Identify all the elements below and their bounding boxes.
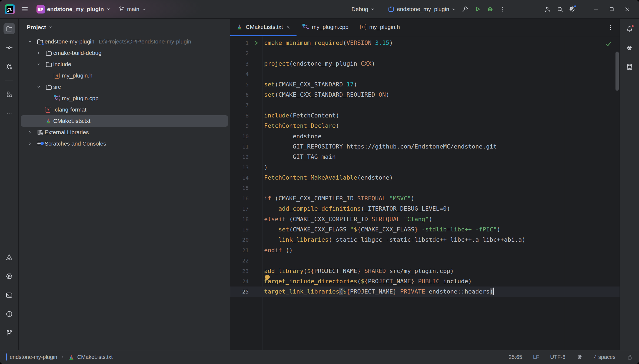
close-tab-icon[interactable]	[286, 25, 291, 29]
chevron-right-icon[interactable]	[28, 141, 32, 146]
debug-button[interactable]	[484, 3, 496, 15]
chevron-down-icon[interactable]	[28, 39, 32, 44]
code-line-21[interactable]: 21endif ()	[230, 245, 620, 255]
tool-stripe-project[interactable]	[4, 23, 15, 34]
inspection-status-ok[interactable]	[604, 40, 613, 48]
indent-widget[interactable]: 4 spaces	[594, 354, 615, 360]
code-line-5[interactable]: 5set(CMAKE_CXX_STANDARD 17)	[230, 79, 620, 90]
line-number-18[interactable]: 18	[230, 214, 262, 224]
code-line-24[interactable]: 24target_include_directories(${PROJECT_N…	[230, 276, 620, 287]
code-line-6[interactable]: 6set(CMAKE_CXX_STANDARD_REQUIRED ON)	[230, 90, 620, 100]
code-line-2[interactable]: 2	[230, 48, 620, 58]
line-number-16[interactable]: 16	[230, 193, 262, 204]
tree-item-cmake-build-debug[interactable]: cmake-build-debug	[19, 47, 230, 59]
line-number-9[interactable]: 9	[230, 121, 262, 131]
intention-bulb-icon[interactable]	[265, 275, 270, 279]
project-panel-header[interactable]: Project	[19, 19, 230, 36]
line-number-8[interactable]: 8	[230, 110, 262, 121]
tree-item-my-plugin-cpp[interactable]: C++my_plugin.cpp	[19, 93, 230, 104]
tool-stripe-commit[interactable]	[4, 42, 15, 53]
chevron-right-icon[interactable]	[36, 51, 41, 55]
tool-stripe-cmake[interactable]	[4, 252, 15, 263]
code-line-12[interactable]: 12 GIT_TAG main	[230, 152, 620, 162]
line-number-19[interactable]: 19	[230, 224, 262, 235]
code-line-20[interactable]: 20 link_libraries(-static-libgcc -static…	[230, 235, 620, 245]
chevron-down-icon[interactable]	[36, 62, 41, 66]
code-line-9[interactable]: 9FetchContent_Declare(	[230, 121, 620, 131]
tab-cmakelists-txt[interactable]: CMakeLists.txt	[230, 19, 297, 36]
line-number-23[interactable]: 23	[230, 266, 262, 276]
code-line-7[interactable]: 7	[230, 100, 620, 110]
tool-stripe-ai-assistant[interactable]	[624, 42, 635, 54]
line-number-12[interactable]: 12	[230, 152, 262, 162]
line-number-13[interactable]: 13	[230, 162, 262, 173]
run-mode-selector[interactable]: Debug	[349, 4, 378, 15]
code-line-15[interactable]: 15	[230, 183, 620, 193]
maximize-button[interactable]	[604, 3, 620, 15]
search-everywhere-button[interactable]	[554, 3, 566, 15]
line-number-21[interactable]: 21	[230, 245, 262, 255]
code-line-1[interactable]: 1cmake_minimum_required(VERSION 3.15)	[230, 38, 620, 48]
tree-item--clang-format[interactable]: Y.clang-format	[19, 104, 230, 115]
tool-stripe-structure[interactable]	[4, 89, 15, 100]
line-number-3[interactable]: 3	[230, 59, 262, 69]
tool-stripe-problems[interactable]	[4, 308, 15, 320]
code-line-23[interactable]: 23add_library(${PROJECT_NAME} SHARED src…	[230, 266, 620, 276]
settings-button[interactable]	[566, 3, 578, 15]
more-run-actions-button[interactable]	[496, 3, 509, 15]
run-configuration-selector[interactable]: endstone_my_plugin	[385, 4, 459, 15]
code-line-13[interactable]: 13)	[230, 162, 620, 173]
code-line-4[interactable]: 4	[230, 69, 620, 79]
code-editor[interactable]: 1cmake_minimum_required(VERSION 3.15)23p…	[230, 36, 620, 350]
line-number-25[interactable]: 25	[230, 287, 262, 297]
chevron-down-icon[interactable]	[36, 85, 41, 89]
line-number-15[interactable]: 15	[230, 183, 262, 193]
line-number-6[interactable]: 6	[230, 90, 262, 100]
code-line-10[interactable]: 10 endstone	[230, 131, 620, 141]
run-line-icon[interactable]	[253, 40, 259, 46]
line-number-4[interactable]: 4	[230, 69, 262, 79]
line-number-17[interactable]: 17	[230, 204, 262, 214]
tree-item-src[interactable]: src	[19, 81, 230, 93]
code-line-22[interactable]: 22	[230, 255, 620, 266]
tool-stripe-version-control[interactable]	[4, 327, 15, 339]
tree-item-my-plugin-h[interactable]: Hmy_plugin.h	[19, 70, 230, 81]
code-line-11[interactable]: 11 GIT_REPOSITORY https://github.com/End…	[230, 141, 620, 152]
line-number-5[interactable]: 5	[230, 79, 262, 90]
tab-my-plugin-cpp[interactable]: C++my_plugin.cpp	[297, 19, 354, 36]
code-line-25[interactable]: 25target_link_libraries(${PROJECT_NAME} …	[230, 287, 620, 297]
code-with-me-button[interactable]	[541, 3, 554, 15]
line-separator-widget[interactable]: LF	[533, 354, 539, 360]
editor-scrollbar[interactable]	[615, 52, 619, 91]
line-number-11[interactable]: 11	[230, 141, 262, 152]
line-number-20[interactable]: 20	[230, 235, 262, 245]
build-button[interactable]	[459, 3, 471, 15]
tab-options-button[interactable]	[607, 19, 614, 36]
tree-item-endstone-my-plugin[interactable]: endstone-my-pluginD:\Projects\CPP\endsto…	[19, 36, 230, 47]
caret-position-widget[interactable]: 25:65	[509, 354, 522, 360]
run-button[interactable]	[471, 3, 484, 15]
code-line-18[interactable]: 18elseif (CMAKE_CXX_COMPILER_ID STREQUAL…	[230, 214, 620, 224]
tree-item-scratches-and-consoles[interactable]: Scratches and Consoles	[19, 138, 230, 149]
tool-stripe-notifications[interactable]	[624, 23, 635, 35]
vcs-branch-widget[interactable]: main	[116, 4, 149, 15]
line-number-22[interactable]: 22	[230, 255, 262, 266]
spellcheck-icon[interactable]	[576, 354, 583, 360]
code-line-16[interactable]: 16if (CMAKE_CXX_COMPILER_ID STREQUAL "MS…	[230, 193, 620, 204]
breadcrumb-cmakelists-txt[interactable]: CMakeLists.txt	[68, 354, 113, 360]
code-line-17[interactable]: 17 add_compile_definitions(_ITERATOR_DEB…	[230, 204, 620, 214]
tree-item-include[interactable]: include	[19, 59, 230, 70]
line-number-10[interactable]: 10	[230, 131, 262, 141]
tree-item-cmakelists-txt[interactable]: CMakeLists.txt	[21, 115, 228, 127]
tool-stripe-pull-requests[interactable]	[4, 61, 15, 72]
minimize-button[interactable]	[588, 3, 604, 15]
line-number-1[interactable]: 1	[230, 38, 262, 48]
line-number-2[interactable]: 2	[230, 48, 262, 58]
code-line-3[interactable]: 3project(endstone_my_plugin CXX)	[230, 59, 620, 69]
line-number-14[interactable]: 14	[230, 173, 262, 183]
close-button[interactable]	[620, 3, 635, 15]
tool-stripe-database[interactable]	[624, 61, 635, 73]
encoding-widget[interactable]: UTF-8	[550, 354, 565, 360]
tree-item-external-libraries[interactable]: External Libraries	[19, 127, 230, 138]
breadcrumb-endstone-my-plugin[interactable]: endstone-my-plugin	[6, 354, 57, 360]
